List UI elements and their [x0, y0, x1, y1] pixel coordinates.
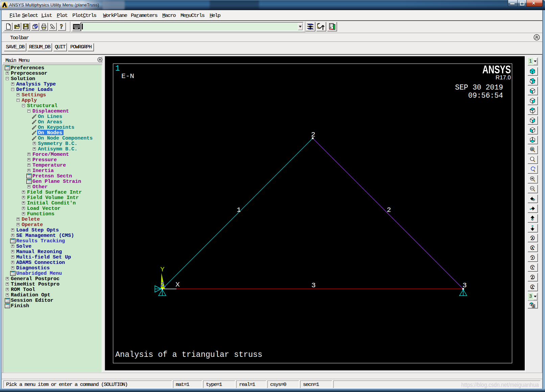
- svg-text:?: ?: [60, 23, 63, 30]
- svg-text:Y: Y: [531, 266, 534, 270]
- svg-text:B: B: [533, 305, 535, 308]
- svg-text:X: X: [531, 236, 534, 240]
- svg-text:Z: Z: [531, 275, 534, 279]
- svg-text:Y: Y: [531, 256, 534, 260]
- svg-text:X: X: [531, 246, 534, 250]
- svg-text:Z: Z: [531, 285, 534, 289]
